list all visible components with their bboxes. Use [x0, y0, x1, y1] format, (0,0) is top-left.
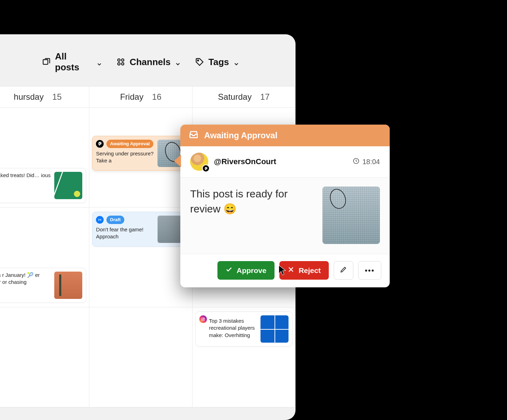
svg-point-3 — [118, 63, 120, 65]
calendar-cell[interactable] — [0, 307, 89, 407]
calendar-header-saturday: Saturday 17 — [193, 86, 295, 107]
post-thumbnail — [54, 272, 82, 299]
popover-arrow — [174, 155, 181, 167]
post-text: Top 3 mistakes recreational players make… — [209, 317, 257, 339]
channels-icon — [116, 57, 125, 66]
close-icon — [287, 266, 294, 275]
chevron-down-icon — [233, 59, 239, 65]
tag-icon — [195, 57, 204, 66]
day-number: 17 — [260, 92, 270, 102]
status-badge-approval: Awaiting Approval — [106, 140, 153, 148]
post-card[interactable]: ssion slots r January! 🎾 er you're a er … — [0, 268, 86, 303]
popover-message: This post is ready for review 😄 — [190, 187, 314, 216]
calendar-cell[interactable]: ssion slots r January! 🎾 er you're a er … — [0, 208, 89, 307]
post-card[interactable]: not just baked treats! Did… ious — [0, 168, 86, 203]
chevron-down-icon — [96, 59, 102, 65]
calendar-cell[interactable] — [89, 307, 192, 407]
post-card[interactable]: Top 3 mistakes recreational players make… — [195, 312, 292, 346]
post-text: ssion slots r January! 🎾 er you're a er … — [0, 272, 51, 286]
svg-point-8 — [204, 318, 204, 318]
calendar-row: Top 3 mistakes recreational players make… — [0, 307, 295, 407]
instagram-icon — [199, 315, 207, 323]
inbox-icon — [189, 130, 199, 141]
avatar — [190, 153, 208, 171]
threads-icon — [202, 164, 210, 172]
status-badge-draft: Draft — [106, 216, 124, 224]
filter-channels[interactable]: Channels — [116, 57, 181, 68]
threads-icon — [96, 140, 104, 148]
time-value: 18:04 — [362, 158, 380, 166]
calendar-cell[interactable]: Draft Don't fear the game! Approach — [89, 208, 192, 307]
calendar-header-thursday: hursday 15 — [0, 86, 89, 107]
edit-button[interactable] — [334, 261, 353, 280]
day-label: hursday — [14, 92, 43, 102]
username: @RiversOnCourt — [214, 157, 347, 166]
post-card-draft[interactable]: Draft Don't fear the game! Approach — [92, 212, 189, 247]
filter-tags-label: Tags — [208, 57, 229, 68]
post-thumbnail — [261, 315, 289, 343]
post-thumbnail — [54, 172, 82, 199]
svg-point-4 — [121, 63, 124, 65]
popover-body: This post is ready for review 😄 — [180, 177, 390, 254]
filter-all-posts-label: All posts — [55, 51, 92, 73]
post-text: not just baked treats! Did… ious — [0, 172, 51, 179]
more-button[interactable]: ••• — [358, 261, 381, 280]
filter-all-posts[interactable]: All posts — [42, 51, 102, 73]
post-text: Serving under pressure? Take a — [96, 150, 154, 164]
filter-bar: All posts Channels Tags — [0, 34, 296, 83]
popover-thumbnail — [322, 187, 380, 244]
chevron-down-icon — [175, 59, 181, 65]
svg-point-5 — [197, 60, 199, 61]
approve-button[interactable]: Approve — [217, 261, 275, 280]
calendar-cell[interactable]: Top 3 mistakes recreational players make… — [193, 307, 295, 407]
post-text: Don't fear the game! Approach — [96, 226, 154, 240]
popover-header: Awaiting Approval — [180, 125, 390, 146]
pencil-icon — [340, 266, 347, 275]
reject-label: Reject — [299, 266, 321, 275]
filter-tags[interactable]: Tags — [195, 57, 239, 68]
bluesky-icon — [96, 216, 104, 224]
svg-point-7 — [202, 318, 203, 320]
reject-button[interactable]: Reject — [279, 261, 329, 280]
popover-actions: Approve Reject ••• — [180, 254, 390, 287]
posts-icon — [42, 57, 51, 66]
day-label: Saturday — [218, 92, 252, 102]
approve-label: Approve — [237, 266, 266, 275]
popover-title: Awaiting Approval — [204, 131, 277, 140]
popover-user-row: @RiversOnCourt 18:04 — [180, 146, 390, 177]
scheduled-time: 18:04 — [353, 158, 380, 166]
day-number: 15 — [52, 92, 62, 102]
day-label: Friday — [120, 92, 144, 102]
calendar-cell[interactable]: not just baked treats! Did… ious — [0, 108, 89, 207]
calendar-header-row: hursday 15 Friday 16 Saturday 17 — [0, 86, 295, 108]
svg-point-2 — [121, 59, 124, 61]
day-number: 16 — [152, 92, 161, 102]
approval-popover: Awaiting Approval @RiversOnCourt 18:04 T… — [180, 125, 390, 287]
svg-rect-0 — [43, 60, 48, 65]
filter-channels-label: Channels — [130, 57, 171, 68]
clock-icon — [353, 158, 360, 166]
ellipsis-icon: ••• — [365, 266, 375, 275]
calendar-header-friday: Friday 16 — [89, 86, 192, 107]
check-icon — [225, 266, 232, 275]
svg-point-1 — [118, 59, 120, 61]
